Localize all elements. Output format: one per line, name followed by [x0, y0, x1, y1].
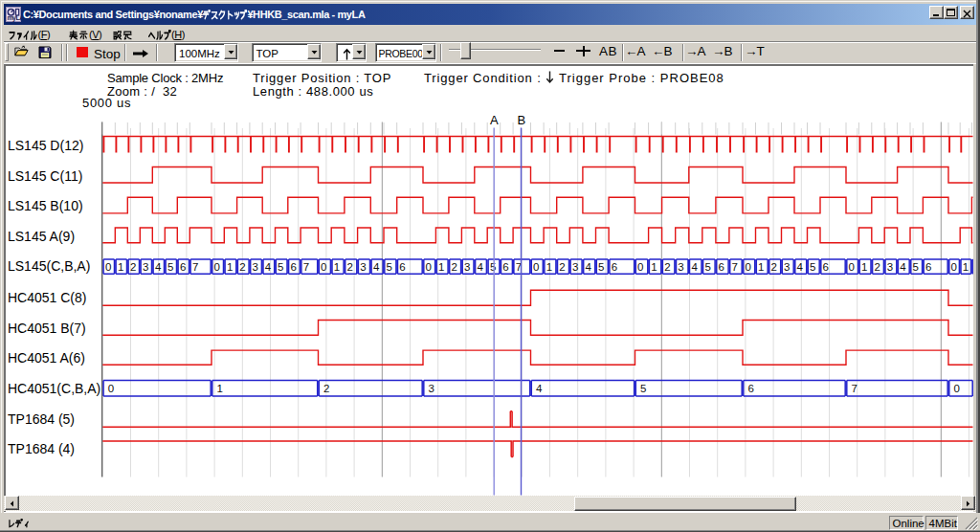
- svg-text:4: 4: [265, 261, 272, 273]
- svg-text:3: 3: [360, 261, 366, 273]
- svg-text:6: 6: [719, 261, 724, 273]
- svg-text:1: 1: [438, 261, 444, 273]
- svg-text:1: 1: [546, 261, 552, 273]
- svg-text:0: 0: [105, 261, 111, 273]
- svg-text:3: 3: [887, 261, 893, 273]
- svg-text:2: 2: [874, 261, 880, 273]
- svg-text:4: 4: [586, 261, 592, 273]
- svg-text:5: 5: [598, 261, 604, 273]
- svg-text:1: 1: [861, 261, 867, 273]
- svg-text:7: 7: [732, 261, 738, 273]
- svg-text:3: 3: [784, 261, 790, 273]
- svg-text:0: 0: [533, 261, 539, 273]
- svg-text:0: 0: [426, 261, 432, 273]
- svg-text:4: 4: [536, 383, 543, 394]
- svg-text:6: 6: [399, 261, 405, 273]
- svg-text:4: 4: [155, 261, 162, 273]
- svg-text:1: 1: [758, 261, 764, 273]
- svg-text:2: 2: [239, 261, 245, 273]
- svg-text:5: 5: [640, 383, 646, 394]
- svg-text:0: 0: [108, 383, 114, 394]
- svg-text:1: 1: [227, 261, 233, 273]
- svg-text:6: 6: [925, 261, 931, 273]
- svg-text:2: 2: [452, 261, 457, 273]
- svg-text:2: 2: [771, 261, 777, 273]
- svg-text:0: 0: [954, 383, 960, 394]
- svg-text:7: 7: [303, 261, 309, 273]
- svg-text:3: 3: [464, 261, 470, 273]
- svg-text:5: 5: [913, 261, 919, 273]
- svg-text:1: 1: [963, 261, 969, 273]
- svg-text:5: 5: [704, 261, 710, 273]
- svg-text:6: 6: [290, 261, 296, 273]
- svg-text:7: 7: [852, 383, 858, 394]
- svg-text:3: 3: [678, 261, 683, 273]
- svg-text:0: 0: [746, 261, 751, 273]
- svg-text:1: 1: [334, 261, 340, 273]
- svg-text:1: 1: [651, 261, 657, 273]
- svg-text:5: 5: [810, 261, 815, 273]
- svg-text:4: 4: [373, 261, 380, 273]
- svg-text:3: 3: [572, 261, 578, 273]
- svg-text:0: 0: [214, 261, 220, 273]
- svg-text:2: 2: [664, 261, 670, 273]
- svg-text:6: 6: [502, 261, 508, 273]
- svg-text:4: 4: [797, 261, 804, 273]
- svg-text:2: 2: [347, 261, 353, 273]
- svg-text:6: 6: [823, 261, 829, 273]
- svg-text:2: 2: [559, 261, 565, 273]
- svg-text:5: 5: [490, 261, 496, 273]
- svg-text:0: 0: [637, 261, 643, 273]
- svg-text:5: 5: [278, 261, 283, 273]
- svg-text:6: 6: [612, 261, 617, 273]
- svg-text:2: 2: [130, 261, 136, 273]
- svg-text:5: 5: [387, 261, 392, 273]
- svg-text:3: 3: [253, 261, 258, 273]
- svg-text:3: 3: [429, 383, 434, 394]
- svg-text:2: 2: [323, 383, 329, 394]
- svg-text:0: 0: [321, 261, 326, 273]
- svg-text:1: 1: [118, 261, 123, 273]
- svg-text:3: 3: [143, 261, 148, 273]
- svg-text:4: 4: [691, 261, 698, 273]
- svg-text:0: 0: [849, 261, 855, 273]
- svg-text:5: 5: [167, 261, 173, 273]
- svg-text:1: 1: [217, 383, 223, 394]
- svg-text:4: 4: [900, 261, 906, 273]
- svg-text:0: 0: [951, 261, 957, 273]
- svg-text:6: 6: [180, 261, 186, 273]
- svg-text:4: 4: [477, 261, 483, 273]
- svg-text:7: 7: [192, 261, 198, 273]
- svg-text:6: 6: [748, 383, 754, 394]
